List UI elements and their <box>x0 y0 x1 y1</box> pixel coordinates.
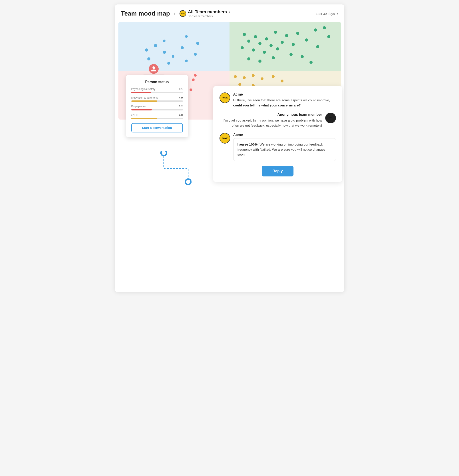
date-range-label: Last 30 days <box>316 12 335 16</box>
dot <box>309 61 313 64</box>
dot <box>301 55 304 58</box>
dot <box>247 57 250 60</box>
progress-track <box>131 118 183 119</box>
message-sender: Acme <box>233 93 336 96</box>
dot <box>272 75 275 78</box>
dot <box>172 55 174 58</box>
dot <box>189 88 192 91</box>
dot <box>185 35 188 38</box>
team-count: 387 team members <box>188 14 230 18</box>
start-conversation-button[interactable]: Start a conversation <box>131 123 183 132</box>
acme-avatar: ACME <box>220 93 230 103</box>
status-card-title: Person status <box>131 80 183 84</box>
dot <box>241 46 244 49</box>
dot <box>154 44 157 47</box>
team-name: All Team members <box>188 9 227 14</box>
main-content: Anonymous team member Person status Psyc… <box>115 22 344 292</box>
dot <box>147 57 150 60</box>
dot <box>258 60 262 63</box>
conversation-panel: ACME Acme Hi there, I've seen that there… <box>213 86 342 182</box>
team-selector[interactable]: ACME All Team members ▾ 387 team members <box>179 9 230 18</box>
dot <box>163 40 166 42</box>
conversation-message-2: Anonymous team member I'm glad you asked… <box>220 113 336 128</box>
progress-track <box>131 109 183 110</box>
avatar-silhouette <box>151 66 157 72</box>
person-avatar-icon <box>149 64 159 74</box>
status-card: Person status Psychological safety 3.1 M… <box>126 75 188 137</box>
metric-label: Motivation & autonomy <box>131 96 158 99</box>
breadcrumb-chevron: › <box>174 11 176 16</box>
dot <box>289 53 293 56</box>
dot <box>316 45 319 48</box>
metric-enps: eNPS 4.0 <box>131 114 183 119</box>
dot <box>305 38 308 42</box>
dot <box>272 56 275 59</box>
quadrant-top-left <box>119 22 230 71</box>
metric-label: Engagement <box>131 105 146 108</box>
dot <box>265 37 268 41</box>
dot <box>285 34 288 37</box>
dot <box>327 35 330 38</box>
dot <box>185 60 188 62</box>
page-title: Team mood map <box>121 10 170 17</box>
dot <box>263 51 266 54</box>
reply-button[interactable]: Reply <box>262 166 293 177</box>
message-text: Hi there, I've seen that there are some … <box>233 98 336 108</box>
team-dropdown-icon: ▾ <box>229 10 230 14</box>
progress-fill <box>131 101 157 102</box>
dot <box>270 44 272 47</box>
progress-track <box>131 101 183 102</box>
dot <box>194 53 197 56</box>
dot <box>167 62 170 65</box>
metric-psychological-safety: Psychological safety 3.1 <box>131 88 183 93</box>
dot <box>238 83 241 86</box>
dot <box>274 31 277 34</box>
quadrant-top-right <box>230 22 341 71</box>
progress-fill <box>131 92 151 93</box>
dot <box>196 42 199 45</box>
dot <box>323 26 326 29</box>
acme-avatar-2: ACME <box>220 133 230 144</box>
metric-label: Psychological safety <box>131 88 155 91</box>
dot <box>280 41 284 44</box>
progress-fill <box>131 109 152 110</box>
metric-value: 4.0 <box>179 114 183 117</box>
metric-value: 3.1 <box>179 88 183 91</box>
metric-value: 3.2 <box>179 105 183 108</box>
conversation-message-1: ACME Acme Hi there, I've seen that there… <box>220 93 336 108</box>
progress-fill <box>131 118 157 119</box>
dot <box>163 51 166 54</box>
message-sender-3: Acme <box>233 133 336 137</box>
reply-content: Anonymous team member I'm glad you asked… <box>220 113 322 128</box>
dot <box>192 78 195 81</box>
page-header: Team mood map › ACME All Team members ▾ … <box>115 4 344 22</box>
metric-motivation: Motivation & autonomy 4.0 <box>131 96 183 102</box>
dot <box>296 32 299 35</box>
message-content: Acme Hi there, I've seen that there are … <box>233 93 336 108</box>
reply-sender: Anonymous team member <box>220 113 322 117</box>
metric-value: 4.0 <box>179 96 183 99</box>
dot <box>145 48 148 51</box>
dot <box>280 80 283 82</box>
dot <box>243 76 246 79</box>
dot <box>314 28 317 32</box>
dot <box>243 33 246 36</box>
reply-text: I'm glad you asked. In my opinion, we ha… <box>220 118 322 128</box>
quote-icon: ❝ <box>329 115 332 121</box>
dot <box>252 74 255 77</box>
metric-label: eNPS <box>131 114 138 117</box>
conversation-message-3: ACME Acme I agree 100%! We are working o… <box>220 133 336 161</box>
dot <box>247 40 250 43</box>
date-range-selector[interactable]: Last 30 days ▾ <box>316 12 338 16</box>
anon-avatar: ❝ <box>325 113 336 123</box>
dot <box>194 74 197 77</box>
dot <box>254 35 257 38</box>
metric-engagement: Engagement 3.2 <box>131 105 183 110</box>
progress-track <box>131 92 183 93</box>
dot <box>292 43 295 46</box>
message-box: I agree 100%! We are working on improvin… <box>233 138 336 161</box>
dot <box>261 77 264 80</box>
message-content-3: Acme I agree 100%! We are working on imp… <box>233 133 336 161</box>
dot <box>276 47 279 51</box>
dot <box>181 46 184 49</box>
